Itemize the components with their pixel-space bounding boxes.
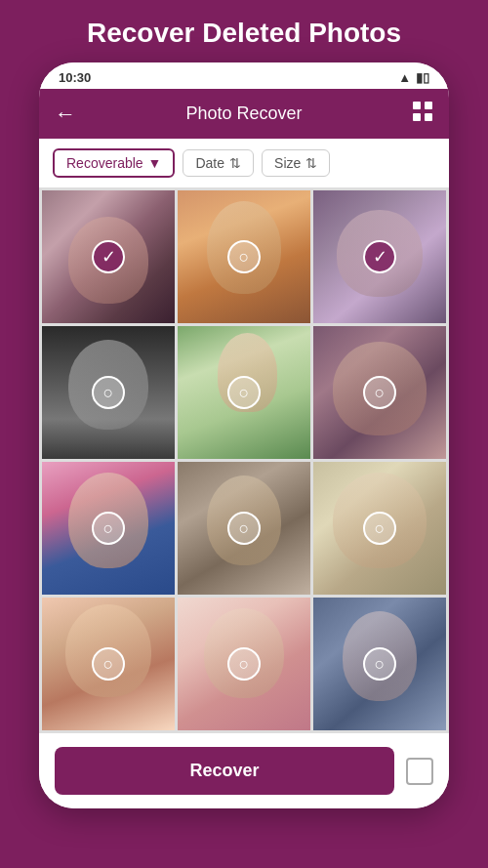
photo-item-12[interactable]: ○ bbox=[313, 598, 446, 730]
recover-button[interactable]: Recover bbox=[55, 747, 394, 795]
size-filter[interactable]: Size ⇅ bbox=[262, 149, 330, 177]
recover-checkbox[interactable] bbox=[406, 758, 433, 785]
photo-check-2: ○ bbox=[227, 240, 261, 273]
photo-grid: ✓ ○ ✓ ○ ○ ○ ○ bbox=[39, 187, 449, 733]
status-time: 10:30 bbox=[59, 70, 91, 85]
photo-item-7[interactable]: ○ bbox=[42, 462, 175, 595]
svg-rect-0 bbox=[413, 102, 421, 109]
photo-item-10[interactable]: ○ bbox=[42, 598, 175, 730]
photo-item-9[interactable]: ○ bbox=[313, 462, 446, 595]
filter-bar: Recoverable ▼ Date ⇅ Size ⇅ bbox=[39, 139, 449, 187]
photo-item-3[interactable]: ✓ bbox=[313, 190, 446, 323]
photo-item-11[interactable]: ○ bbox=[178, 598, 310, 730]
recoverable-filter[interactable]: Recoverable ▼ bbox=[53, 148, 175, 178]
photo-item-1[interactable]: ✓ bbox=[42, 190, 175, 323]
header-title: Photo Recover bbox=[185, 103, 302, 124]
photo-check-10: ○ bbox=[92, 647, 125, 681]
photo-check-5: ○ bbox=[227, 376, 261, 409]
size-arrow: ⇅ bbox=[305, 155, 317, 171]
grid-view-icon[interactable] bbox=[412, 101, 433, 127]
page-title: Recover Deleted Photos bbox=[67, 0, 421, 62]
back-button[interactable]: ← bbox=[55, 102, 76, 127]
date-label: Date bbox=[195, 155, 224, 171]
photo-check-3: ✓ bbox=[363, 240, 396, 273]
phone-frame: 10:30 ▲ ▮▯ ← Photo Recover Recoverable ▼… bbox=[39, 62, 449, 808]
photo-check-6: ○ bbox=[363, 376, 396, 409]
photo-check-12: ○ bbox=[363, 647, 396, 681]
status-icons: ▲ ▮▯ bbox=[398, 70, 429, 85]
recoverable-label: Recoverable bbox=[66, 155, 143, 171]
wifi-icon: ▲ bbox=[398, 70, 411, 85]
photo-item-5[interactable]: ○ bbox=[178, 326, 310, 459]
photo-item-6[interactable]: ○ bbox=[313, 326, 446, 459]
photo-check-7: ○ bbox=[92, 512, 125, 545]
photo-check-9: ○ bbox=[363, 512, 396, 545]
photo-item-4[interactable]: ○ bbox=[42, 326, 175, 459]
recover-bar: Recover bbox=[39, 733, 449, 808]
recoverable-arrow: ▼ bbox=[148, 155, 162, 171]
svg-rect-2 bbox=[413, 113, 421, 121]
size-label: Size bbox=[274, 155, 301, 171]
photo-check-8: ○ bbox=[227, 512, 261, 545]
photo-item-8[interactable]: ○ bbox=[178, 462, 310, 595]
date-arrow: ⇅ bbox=[229, 155, 241, 171]
svg-rect-1 bbox=[425, 102, 432, 109]
svg-rect-3 bbox=[425, 113, 432, 121]
photo-check-4: ○ bbox=[92, 376, 125, 409]
photo-check-1: ✓ bbox=[92, 240, 125, 273]
photo-item-2[interactable]: ○ bbox=[178, 190, 310, 323]
photo-check-11: ○ bbox=[227, 647, 261, 681]
battery-icon: ▮▯ bbox=[416, 70, 429, 85]
status-bar: 10:30 ▲ ▮▯ bbox=[39, 62, 449, 89]
date-filter[interactable]: Date ⇅ bbox=[183, 149, 254, 177]
app-header: ← Photo Recover bbox=[39, 89, 449, 139]
